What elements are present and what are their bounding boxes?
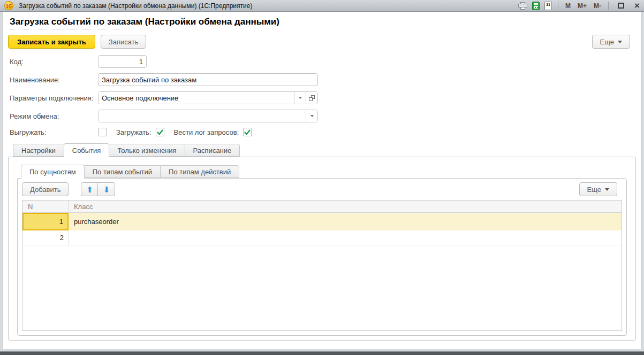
- title-underline: [10, 29, 120, 29]
- move-down-button[interactable]: ⬇: [98, 182, 115, 196]
- exchange-mode-dropdown-button[interactable]: [306, 110, 317, 122]
- chevron-down-icon: [605, 188, 609, 191]
- calculator-icon[interactable]: [532, 2, 540, 10]
- connection-dropdown-button[interactable]: [294, 92, 306, 104]
- close-icon[interactable]: ×: [634, 2, 640, 10]
- exchange-mode-label: Режим обмена:: [10, 112, 98, 120]
- name-field[interactable]: [98, 73, 318, 86]
- print-icon[interactable]: [518, 2, 527, 10]
- cell-class[interactable]: [69, 230, 622, 245]
- connection-open-button[interactable]: [306, 92, 317, 104]
- app-window: 1С Загрузка событий по заказам (Настройк…: [0, 0, 644, 355]
- list-toolbar: Добавить ⬆ ⬇ Еще: [18, 179, 626, 200]
- titlebar-tools: 31 M M+ M- ×: [518, 2, 640, 10]
- maximize-icon[interactable]: [618, 3, 624, 9]
- entities-table: N Класс 1 purchaseorder 2: [22, 200, 622, 331]
- entities-tab-panel: Добавить ⬆ ⬇ Еще N Класс 1 purcha: [17, 178, 627, 336]
- memory-m-minus-button[interactable]: M-: [593, 2, 602, 10]
- chevron-down-icon: [618, 41, 622, 43]
- connection-field[interactable]: [99, 92, 294, 104]
- cell-class[interactable]: purchaseorder: [69, 213, 622, 230]
- table-row[interactable]: 2: [22, 230, 622, 245]
- tab-po-tipam-sobytiy[interactable]: По типам событий: [85, 165, 160, 178]
- tab-nastroyki[interactable]: Настройки: [13, 144, 64, 157]
- 1c-logo-icon: 1С: [4, 1, 13, 10]
- outer-tabs: Настройки События Только изменения Распи…: [13, 143, 641, 157]
- events-tab-panel: По сущностям По типам событий По типам д…: [8, 157, 636, 341]
- exchange-mode-row: Режим обмена:: [10, 110, 641, 122]
- connection-combobox: [98, 91, 318, 104]
- save-and-close-button[interactable]: Записать и закрыть: [8, 35, 95, 49]
- inner-tabs: По сущностям По типам событий По типам д…: [21, 164, 635, 178]
- name-row: Наименование:: [10, 73, 641, 86]
- window-bottom-edge: [0, 349, 644, 355]
- log-label: Вести лог запросов:: [174, 128, 239, 136]
- move-buttons: ⬆ ⬇: [81, 182, 115, 196]
- check-icon: [244, 129, 251, 135]
- code-field[interactable]: [98, 55, 147, 68]
- column-header-n[interactable]: N: [22, 200, 69, 212]
- exchange-mode-field[interactable]: [99, 110, 306, 122]
- cell-n[interactable]: 1: [22, 213, 69, 230]
- connection-label: Параметры подключения:: [10, 94, 98, 102]
- table-row[interactable]: 1 purchaseorder: [22, 213, 622, 230]
- code-label: Код:: [10, 58, 98, 66]
- connection-row: Параметры подключения:: [10, 91, 641, 104]
- code-row: Код:: [10, 55, 641, 68]
- download-label: Загружать:: [116, 128, 151, 136]
- download-checkbox[interactable]: [156, 128, 164, 136]
- column-header-class[interactable]: Класс: [69, 200, 622, 212]
- memory-m-button[interactable]: M: [564, 2, 572, 10]
- page-title: Загрузка событий по заказам (Настройки о…: [10, 17, 641, 27]
- table-header: N Класс: [22, 200, 622, 213]
- chevron-down-icon: [310, 115, 314, 117]
- flags-row: Выгружать: Загружать: Вести лог запросов…: [10, 128, 641, 136]
- command-bar: Записать и закрыть Записать Еще: [8, 35, 630, 49]
- log-checkbox[interactable]: [243, 128, 252, 136]
- more-button-list[interactable]: Еще: [579, 182, 617, 196]
- separator: [608, 2, 609, 10]
- move-up-button[interactable]: ⬆: [81, 182, 98, 196]
- window-title: Загрузка событий по заказам (Настройки о…: [19, 2, 518, 10]
- upload-checkbox[interactable]: [98, 128, 107, 136]
- form-fields: Код: Наименование: Параметры подключения…: [10, 55, 641, 136]
- tab-po-sushchnostyam[interactable]: По сущностям: [21, 165, 85, 179]
- memory-m-plus-button[interactable]: M+: [577, 2, 588, 10]
- table-empty-area: [22, 245, 622, 330]
- add-button[interactable]: Добавить: [22, 182, 69, 196]
- exchange-mode-combobox: [98, 110, 318, 122]
- tab-sobytiya[interactable]: События: [64, 143, 110, 157]
- calendar-icon[interactable]: 31: [544, 2, 552, 10]
- name-label: Наименование:: [10, 76, 98, 84]
- cell-n[interactable]: 2: [22, 230, 69, 245]
- save-button[interactable]: Записать: [101, 35, 147, 49]
- form-window: Загрузка событий по заказам (Настройки о…: [3, 12, 641, 349]
- open-item-icon: [309, 95, 315, 101]
- upload-label: Выгружать:: [10, 128, 98, 136]
- up-arrow-icon: ⬆: [86, 186, 93, 194]
- tab-po-tipam-deystviy[interactable]: По типам действий: [160, 165, 239, 178]
- tab-raspisanie[interactable]: Расписание: [185, 144, 240, 157]
- chevron-down-icon: [299, 97, 302, 99]
- more-button-top[interactable]: Еще: [592, 35, 630, 49]
- check-icon: [157, 129, 163, 135]
- down-arrow-icon: ⬇: [103, 186, 110, 194]
- titlebar: 1С Загрузка событий по заказам (Настройк…: [0, 0, 644, 12]
- separator: [558, 2, 558, 10]
- tab-tolko-izmeneniya[interactable]: Только изменения: [109, 144, 184, 157]
